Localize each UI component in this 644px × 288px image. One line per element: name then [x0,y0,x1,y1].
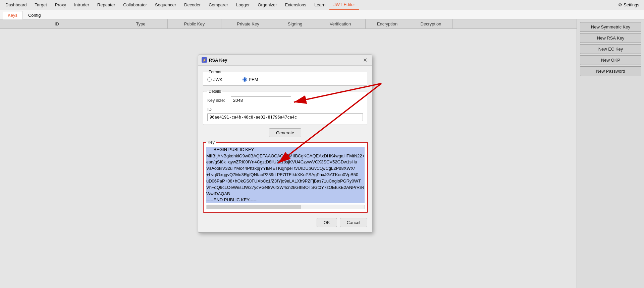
horizontal-scrollbar[interactable] [206,205,365,209]
format-jwk-text: JWK [213,77,222,82]
rsa-key-modal: ⚡ RSA Key ✕ Format JWK PE [198,55,372,233]
nav-proxy[interactable]: Proxy [51,0,70,10]
key-size-input[interactable] [231,96,291,104]
key-size-row: Key size: [207,96,363,104]
key-legend: Key [206,140,216,145]
gear-icon: ⚙ [618,2,622,7]
format-jwk-radio[interactable] [207,77,212,82]
modal-buttons: OK Cancel [203,216,367,228]
nav-comparer[interactable]: Comparer [205,0,232,10]
details-fieldset: Details Key size: ID [203,89,367,125]
nav-jwt-editor[interactable]: JWT Editor [329,0,359,10]
nav-decoder[interactable]: Decoder [180,0,205,10]
format-fieldset: Format JWK PEM [203,70,367,86]
key-size-label: Key size: [207,98,227,103]
nav-sequencer[interactable]: Sequencer [151,0,180,10]
modal-body: Format JWK PEM Details [198,66,372,233]
id-section: ID [207,107,363,121]
nav-collaborator[interactable]: Collaborator [119,0,151,10]
ok-button[interactable]: OK [317,218,337,227]
nav-learn[interactable]: Learn [310,0,329,10]
format-legend: Format [207,70,223,74]
nav-repeater[interactable]: Repeater [93,0,119,10]
nav-organizer[interactable]: Organizer [254,0,281,10]
settings-button[interactable]: ⚙ Settings [615,1,643,9]
top-nav: Dashboard Target Proxy Intruder Repeater… [0,0,644,10]
format-pem-text: PEM [249,77,258,82]
generate-button[interactable]: Generate [269,128,301,137]
format-pem-radio[interactable] [243,77,247,82]
tab-keys[interactable]: Keys [3,11,22,19]
modal-lightning-icon: ⚡ [202,57,207,63]
main-area: ID Type Public Key Private Key Signing V… [0,19,644,288]
settings-label: Settings [624,2,639,7]
id-label: ID [207,107,363,112]
tab-config[interactable]: Config [23,11,46,19]
sub-tabs: Keys Config [0,10,644,19]
modal-overlay: ⚡ RSA Key ✕ Format JWK PE [0,19,644,288]
format-row: JWK PEM [207,77,363,82]
nav-target[interactable]: Target [31,0,51,10]
nav-dashboard[interactable]: Dashboard [1,0,31,10]
id-input[interactable] [207,113,363,121]
key-fieldset: Key -----BEGIN PUBLIC KEY----- MIIBIjANB… [203,140,368,213]
modal-title: RSA Key [209,58,360,63]
nav-extensions[interactable]: Extensions [281,0,311,10]
nav-intruder[interactable]: Intruder [70,0,93,10]
details-legend: Details [207,89,222,94]
cancel-button[interactable]: Cancel [340,218,367,227]
scroll-thumb [207,205,301,209]
key-content[interactable]: -----BEGIN PUBLIC KEY----- MIIBIjANBgkqh… [206,147,365,204]
generate-row: Generate [203,128,367,137]
nav-logger[interactable]: Logger [232,0,254,10]
format-jwk-label[interactable]: JWK [207,77,222,82]
modal-title-bar: ⚡ RSA Key ✕ [198,55,372,66]
format-pem-label[interactable]: PEM [243,77,258,82]
modal-close-button[interactable]: ✕ [362,57,369,63]
